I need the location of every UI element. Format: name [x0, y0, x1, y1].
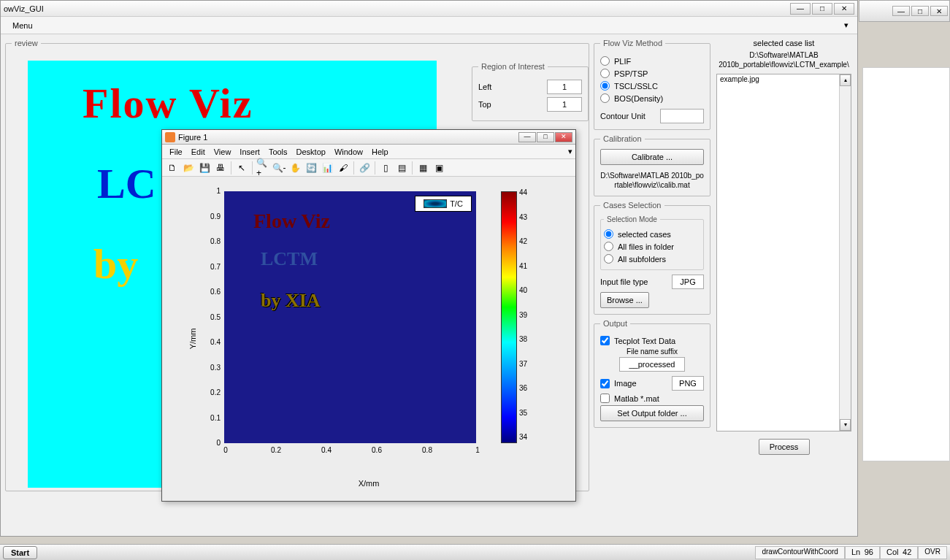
- image-format-input[interactable]: [672, 376, 704, 391]
- bg-close-icon[interactable]: ✕: [930, 6, 948, 16]
- brush-icon[interactable]: 🖌: [336, 161, 350, 175]
- axes-text-3: by XIA: [261, 290, 321, 312]
- figure-menubar: File Edit View Insert Tools Desktop Wind…: [162, 145, 575, 159]
- case-listbox[interactable]: example.jpg ▴ ▾: [716, 74, 851, 431]
- y-tick: 1: [206, 187, 221, 195]
- legend-box[interactable]: T/C: [415, 196, 472, 212]
- maximize-button[interactable]: □: [812, 3, 832, 15]
- browse-button[interactable]: Browse ...: [600, 292, 649, 308]
- contour-unit-input[interactable]: [660, 109, 704, 123]
- roi-group: Region of Interest Left Top: [472, 62, 589, 121]
- start-button[interactable]: Start: [3, 546, 37, 559]
- pointer-icon[interactable]: ↖: [234, 161, 249, 175]
- y-tick: 0.5: [206, 313, 221, 321]
- fig-close-button[interactable]: ✕: [555, 132, 572, 142]
- close-button[interactable]: ✕: [834, 3, 854, 15]
- menu-menu[interactable]: Menu: [7, 20, 39, 31]
- radio-all-subfolders[interactable]: All subfolders: [604, 254, 700, 264]
- x-tick: 0.4: [318, 446, 335, 454]
- y-tick: 0.3: [206, 364, 221, 372]
- save-icon[interactable]: 💾: [197, 161, 212, 175]
- check-image[interactable]: Image: [600, 379, 637, 388]
- colorbar-tick: 35: [519, 409, 534, 417]
- fig-minimize-button[interactable]: —: [518, 132, 536, 142]
- calib-path-text: D:\Software\MATLAB 2010b_portable\flowvi…: [600, 171, 704, 190]
- scroll-down-icon[interactable]: ▾: [840, 419, 851, 431]
- input-filetype-field[interactable]: [672, 275, 704, 289]
- y-tick: 0.2: [206, 388, 221, 396]
- fig-menu-view[interactable]: View: [210, 146, 236, 158]
- x-tick: 0: [217, 446, 234, 454]
- menubar-dropdown-icon[interactable]: ▾: [844, 20, 851, 30]
- set-output-folder-button[interactable]: Set Output folder ...: [600, 405, 704, 421]
- y-tick: 0.6: [206, 288, 221, 296]
- fig-menu-window[interactable]: Window: [330, 146, 367, 158]
- fig-menu-edit[interactable]: Edit: [187, 146, 210, 158]
- roi-top-input[interactable]: [547, 97, 582, 112]
- check-matlab[interactable]: Matlab *.mat: [600, 394, 704, 403]
- open-file-icon[interactable]: 📂: [181, 161, 196, 175]
- data-cursor-icon[interactable]: 📊: [320, 161, 334, 175]
- flowviz-method-group: Flow Viz Method PLIF PSP/TSP TSCL/SSLC B…: [594, 39, 710, 130]
- link-icon[interactable]: 🔗: [357, 161, 372, 175]
- scroll-up-icon[interactable]: ▴: [840, 74, 851, 86]
- roi-left-input[interactable]: [547, 80, 582, 94]
- print-icon[interactable]: 🖶: [213, 161, 228, 175]
- show-plot-icon[interactable]: ▣: [432, 161, 446, 175]
- bg-max-icon[interactable]: □: [911, 6, 929, 16]
- new-file-icon[interactable]: 🗋: [165, 161, 180, 175]
- legend-label: T/C: [450, 199, 463, 208]
- hide-plot-icon[interactable]: ▦: [415, 161, 430, 175]
- figure-titlebar[interactable]: Figure 1 — □ ✕: [162, 130, 575, 145]
- fig-menu-desktop[interactable]: Desktop: [292, 146, 330, 158]
- pan-icon[interactable]: ✋: [288, 161, 302, 175]
- suffix-label: File name suffix: [600, 348, 704, 356]
- minimize-button[interactable]: —: [790, 3, 811, 15]
- colorbar-tick: 36: [519, 384, 534, 392]
- fig-menu-insert[interactable]: Insert: [235, 146, 264, 158]
- zoom-in-icon[interactable]: 🔍+: [256, 161, 270, 175]
- status-function: drawContourWithCoord: [755, 546, 845, 559]
- output-group: Output Tecplot Text Data File name suffi…: [594, 319, 710, 428]
- figure-window: Figure 1 — □ ✕ File Edit View Insert Too…: [161, 129, 576, 502]
- radio-all-files[interactable]: All files in folder: [604, 242, 700, 251]
- fig-menu-tools[interactable]: Tools: [264, 146, 292, 158]
- status-ovr: OVR: [918, 546, 947, 559]
- calibrate-button[interactable]: Calibrate ...: [600, 149, 704, 165]
- listbox-scrollbar[interactable]: ▴ ▾: [839, 74, 851, 431]
- case-list-path: D:\Software\MATLAB 2010b_portable\flowvi…: [716, 50, 851, 69]
- case-list-label: selected case list: [716, 39, 851, 47]
- y-axis-label: Y/mm: [188, 329, 197, 350]
- radio-tscl[interactable]: TSCL/SSLC: [600, 81, 704, 91]
- radio-plif[interactable]: PLIF: [600, 56, 704, 66]
- rotate-icon[interactable]: 🔄: [304, 161, 318, 175]
- colorbar-icon[interactable]: ▯: [378, 161, 393, 175]
- colorbar-tick: 44: [519, 188, 534, 196]
- y-tick: 0.8: [206, 237, 221, 245]
- radio-bos[interactable]: BOS(Density): [600, 93, 704, 103]
- check-tecplot[interactable]: Tecplot Text Data: [600, 336, 704, 345]
- fig-dock-icon[interactable]: ▾: [568, 147, 572, 156]
- list-item[interactable]: example.jpg: [717, 74, 851, 84]
- x-tick: 0.6: [368, 446, 386, 454]
- window-title: owViz_GUI: [4, 4, 790, 13]
- zoom-out-icon[interactable]: 🔍-: [272, 161, 286, 175]
- fig-menu-file[interactable]: File: [165, 146, 187, 158]
- legend-icon[interactable]: ▤: [394, 161, 409, 175]
- preview-text-line1: Flow Viz: [83, 79, 253, 128]
- figure-toolbar: 🗋 📂 💾 🖶 ↖ 🔍+ 🔍- ✋ 🔄 📊 🖌 🔗 ▯ ▤ ▦ ▣: [162, 159, 575, 177]
- background-window-controls: — □ ✕: [859, 0, 950, 22]
- radio-psp[interactable]: PSP/TSP: [600, 69, 704, 78]
- fig-menu-help[interactable]: Help: [367, 146, 393, 158]
- roi-left-label: Left: [478, 83, 491, 91]
- figure-axes-area: Flow Viz LCTM by XIA T/C 343536373839404…: [162, 177, 575, 501]
- y-tick: 0.9: [206, 212, 221, 220]
- process-button[interactable]: Process: [759, 439, 810, 455]
- suffix-input[interactable]: [619, 357, 685, 372]
- radio-selected-cases[interactable]: selected cases: [604, 229, 700, 239]
- x-axis-label: X/mm: [359, 479, 380, 488]
- fig-maximize-button[interactable]: □: [537, 132, 554, 142]
- colorbar-tick: 40: [519, 286, 534, 294]
- bg-min-icon[interactable]: —: [892, 6, 910, 16]
- input-filetype-label: Input file type: [600, 277, 648, 286]
